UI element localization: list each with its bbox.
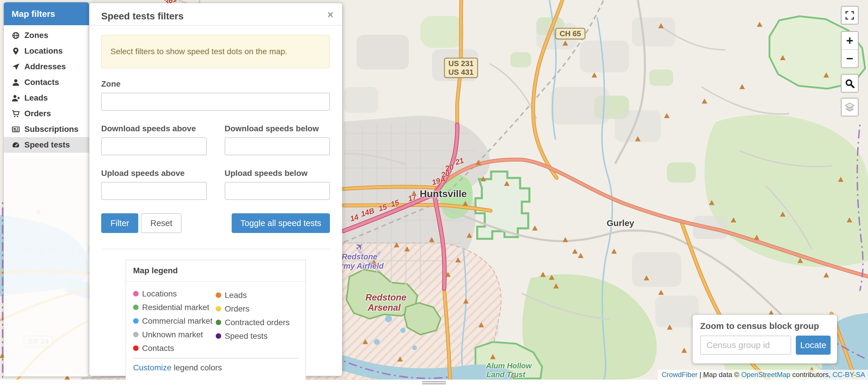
legend-title: Map legend — [126, 260, 305, 282]
contacts-dot — [133, 346, 138, 351]
download-above-label: Download speeds above — [101, 124, 207, 133]
dialog-header: Speed tests filters × — [89, 3, 342, 26]
search-button[interactable] — [842, 75, 858, 92]
download-below-label: Download speeds below — [225, 124, 330, 133]
legend-item-leads: Leads — [216, 288, 298, 302]
map-attribution: CrowdFiber | Map data © OpenStreetMap co… — [657, 370, 868, 380]
filter-button[interactable]: Filter — [101, 213, 138, 233]
legend-label: Leads — [225, 291, 247, 300]
location-arrow-icon — [11, 63, 20, 71]
download-below-input[interactable] — [225, 137, 330, 155]
legend-label: Speed tests — [225, 331, 268, 341]
minus-icon: − — [846, 53, 854, 65]
sidebar-item-contacts[interactable]: Contacts — [4, 74, 89, 90]
attribution-text: contributors, — [790, 371, 832, 379]
residential-dot — [133, 304, 138, 310]
zone-input[interactable] — [101, 93, 330, 111]
zoom-out-button[interactable]: − — [842, 50, 858, 67]
legend-item-contracted: Contracted orders — [216, 316, 298, 329]
speed-tests-filters-panel: Speed tests filters × Select filters to … — [89, 3, 342, 376]
census-group-id-input[interactable] — [700, 335, 791, 355]
map-legend: Map legend Locations Residential market — [126, 260, 306, 381]
sidebar-item-label: Locations — [24, 46, 63, 56]
download-above-input[interactable] — [101, 137, 207, 155]
legend-label: Orders — [225, 304, 250, 314]
newspaper-icon — [11, 125, 20, 134]
sidebar-item-leads[interactable]: Leads — [4, 90, 89, 106]
sidebar-item-orders[interactable]: Orders — [4, 106, 89, 121]
license-link[interactable]: CC-BY-SA — [833, 371, 865, 379]
layers-icon — [844, 101, 856, 113]
legend-item-residential: Residential market — [133, 300, 216, 314]
upload-below-label: Upload speeds below — [225, 169, 330, 178]
census-block-panel: Zoom to census block group Locate — [692, 314, 837, 364]
legend-label: Locations — [142, 289, 177, 298]
sidebar-item-label: Orders — [24, 109, 51, 118]
user-plus-icon — [11, 94, 20, 102]
sidebar-item-locations[interactable]: Locations — [4, 43, 89, 59]
fullscreen-icon — [845, 10, 855, 20]
map-filters-sidebar: Map filters Zones Locations — [4, 2, 89, 377]
fullscreen-control — [841, 6, 859, 25]
legend-footer-text: legend colors — [171, 363, 222, 372]
reset-button[interactable]: Reset — [141, 213, 182, 233]
attribution-text: | Map data © — [698, 371, 741, 379]
search-icon — [844, 78, 855, 89]
sidebar-title: Map filters — [4, 2, 89, 25]
search-control — [841, 74, 859, 93]
locations-dot — [133, 291, 138, 296]
sidebar-item-label: Zones — [24, 31, 48, 40]
map-marker-icon — [11, 47, 20, 55]
legend-label: Unknown market — [142, 330, 203, 339]
layers-button[interactable] — [842, 99, 858, 116]
legend-item-contacts: Contacts — [133, 342, 216, 355]
sidebar-item-zones[interactable]: Zones — [4, 28, 89, 43]
zoom-control: + − — [841, 31, 859, 68]
locate-button[interactable]: Locate — [796, 335, 831, 355]
close-icon[interactable]: × — [327, 9, 333, 20]
toggle-all-speed-tests-button[interactable]: Toggle all speed tests — [231, 213, 330, 233]
legend-item-commercial: Commercial market — [133, 314, 216, 328]
upload-above-input[interactable] — [101, 182, 207, 200]
upload-above-label: Upload speeds above — [101, 169, 207, 178]
divider — [101, 249, 330, 249]
sidebar-item-label: Contacts — [24, 78, 59, 87]
upload-below-input[interactable] — [225, 182, 330, 200]
cart-icon — [11, 109, 20, 118]
legend-label: Contacts — [142, 344, 174, 353]
globe-icon — [11, 31, 20, 40]
layers-control — [841, 98, 859, 117]
legend-item-orders: Orders — [216, 302, 298, 316]
info-alert: Select filters to show speed test dots o… — [101, 35, 330, 68]
bottom-bar — [0, 380, 868, 386]
sidebar-item-addresses[interactable]: Addresses — [4, 59, 89, 74]
legend-label: Residential market — [142, 303, 209, 312]
legend-footer: Customize legend colors — [126, 358, 305, 380]
crowdfiber-map-app: Huntsville Gurley ✈ Redstone Army Airfie… — [0, 0, 868, 386]
sidebar-item-subscriptions[interactable]: Subscriptions — [4, 121, 89, 137]
zoom-in-button[interactable]: + — [842, 32, 858, 50]
legend-item-speed-tests: Speed tests — [216, 329, 298, 343]
sidebar-item-label: Leads — [24, 93, 48, 103]
census-panel-title: Zoom to census block group — [692, 315, 837, 331]
legend-item-unknown: Unknown market — [133, 328, 216, 342]
legend-label: Commercial market — [142, 317, 213, 326]
dialog-body: Select filters to show speed test dots o… — [89, 26, 342, 381]
sidebar-item-speed-tests[interactable]: Speed tests — [4, 137, 89, 153]
openstreetmap-link[interactable]: OpenStreetMap — [741, 371, 790, 379]
leads-dot — [216, 292, 221, 298]
legend-entries: Locations Residential market Commercial … — [126, 282, 305, 355]
plus-icon: + — [846, 34, 854, 47]
fullscreen-button[interactable] — [842, 7, 858, 24]
legend-label: Contracted orders — [225, 318, 290, 327]
customize-legend-link[interactable]: Customize — [133, 363, 171, 372]
resize-handle[interactable] — [422, 381, 446, 384]
unknown-dot — [133, 332, 138, 337]
crowdfiber-link[interactable]: CrowdFiber — [661, 371, 698, 379]
user-icon — [11, 78, 20, 87]
contracted-orders-dot — [216, 320, 221, 325]
zone-label: Zone — [101, 79, 330, 89]
speed-tests-dot — [216, 333, 221, 339]
sidebar-item-label: Addresses — [24, 62, 66, 71]
dialog-title: Speed tests filters — [101, 11, 184, 22]
